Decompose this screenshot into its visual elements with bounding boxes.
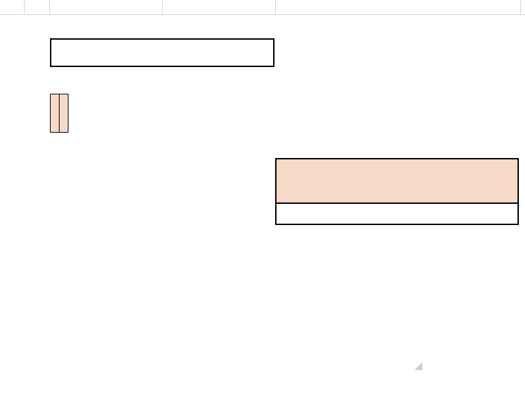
matches-label-cell[interactable] <box>276 159 518 203</box>
column-header-d[interactable] <box>276 0 521 14</box>
select-all-corner[interactable] <box>0 0 25 14</box>
column-headers-row <box>0 0 525 15</box>
title-cell[interactable] <box>50 38 274 67</box>
watermark: ◢ <box>415 360 422 371</box>
column-header-b[interactable] <box>50 0 163 14</box>
names-table <box>50 94 68 133</box>
matches-summary <box>275 158 519 225</box>
header-col-b[interactable] <box>51 94 60 133</box>
matches-value-cell[interactable] <box>276 203 518 224</box>
spreadsheet-grid: ◢ <box>0 0 525 15</box>
table-header-row <box>51 94 68 133</box>
column-header-a[interactable] <box>25 0 50 14</box>
column-header-c[interactable] <box>163 0 276 14</box>
watermark-icon: ◢ <box>415 360 422 371</box>
header-col-c[interactable] <box>60 94 68 133</box>
